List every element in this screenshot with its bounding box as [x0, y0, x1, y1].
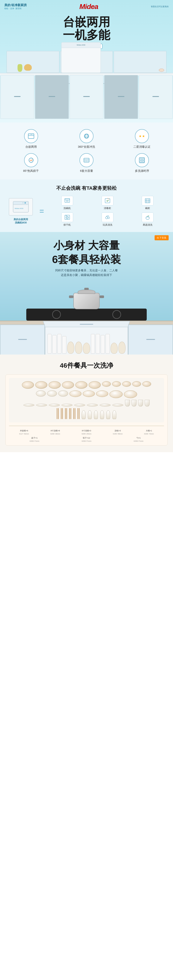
func-label-2: 消毒柜	[104, 207, 111, 210]
svg-rect-11	[88, 160, 88, 162]
chopstick-3	[65, 408, 67, 419]
bowl-lg-11	[143, 381, 151, 387]
chopstick-5	[74, 408, 75, 419]
plates-row	[12, 400, 161, 406]
spoon-5	[106, 410, 110, 419]
feature-label-5: 6套大容量	[80, 169, 93, 173]
func-label-4: 烘干机	[64, 223, 71, 226]
cabinet-handle-5	[152, 96, 159, 97]
func-label-3: 碗柜	[145, 207, 150, 210]
bowl-lg-6	[89, 381, 101, 389]
feature-label-1: 台嵌两用	[26, 145, 37, 149]
brand-name: 美的·轻净新厨房	[4, 3, 27, 7]
bowl-lg-2	[35, 381, 47, 389]
chopstick-4	[69, 408, 71, 419]
svg-point-35	[67, 217, 68, 218]
dishwasher-panel: Midea M30	[61, 43, 101, 48]
product-shape: Midea M30	[9, 198, 33, 216]
stove-top	[26, 309, 147, 321]
hero-line2: 一机多能	[0, 29, 173, 41]
door-handle	[80, 324, 93, 325]
svg-point-32	[148, 201, 149, 202]
plate-2	[36, 404, 47, 406]
storage-icon	[144, 197, 151, 204]
multifunction-headline: 不止会洗碗 有TA家务更轻松	[6, 185, 167, 191]
spec-item-7: 筷子×12 ¢206×71mm	[82, 437, 91, 442]
feature-item-4: 85°热风烘干	[6, 153, 55, 173]
pot-lid	[78, 290, 95, 294]
func-item-2: 消毒柜	[89, 196, 127, 210]
svg-rect-10	[86, 160, 87, 162]
pot-handle-right	[99, 296, 104, 298]
capacity-sub: 同样尺寸能容纳更多餐具，无论是一人食、二人餐 还是亲友小聚，碗碟锅具都能轻松装得…	[0, 268, 173, 277]
svg-point-19	[24, 202, 26, 204]
spec-item-4: 汤锅×3 ¢159~56mm	[113, 430, 123, 435]
svg-point-37	[106, 217, 108, 219]
feature-icon-2	[80, 129, 93, 143]
svg-text:Midea M30: Midea M30	[15, 207, 23, 210]
spoon-2	[88, 410, 92, 419]
cabinet-handle-3	[83, 96, 90, 97]
dry-icon	[64, 214, 70, 220]
svg-point-3	[32, 134, 32, 135]
func-item-4: 烘干机	[48, 213, 86, 226]
soup-bowl-3	[96, 390, 108, 397]
chopstick-2	[61, 408, 63, 419]
capacity-section: 灶下安装 小身材 大容量 6套餐具轻松装 同样尺寸能容纳更多餐具，无论是一人食、…	[0, 232, 173, 355]
cup-1	[125, 400, 130, 406]
chopstick-1	[57, 408, 59, 419]
func-item-3: 碗柜	[129, 196, 167, 210]
svg-rect-23	[65, 199, 70, 200]
bowl-lg-3	[49, 381, 61, 389]
svg-point-31	[146, 201, 147, 202]
spoon-1	[82, 410, 86, 419]
cabinet-1	[0, 75, 34, 119]
jar-decor	[18, 64, 22, 72]
decor-right	[159, 68, 164, 72]
bowl-rack-3	[83, 343, 90, 354]
cabinet-handle-4	[118, 96, 124, 97]
heat-icon	[27, 156, 35, 164]
pot-handle-top	[84, 288, 89, 290]
product-image-box: Midea M30 美的台嵌两用 洗碗机M30	[6, 198, 35, 224]
cup-2	[131, 400, 136, 406]
spec-dim-8: ¢206×71mm	[134, 440, 143, 442]
spec-item-5: 大碗×1 ¢206~70mm	[144, 430, 154, 435]
capacity-line1: 小身材 大容量	[0, 239, 173, 253]
big-bowl-1	[109, 390, 123, 398]
product-label: 美的台嵌两用 洗碗机M30	[14, 218, 28, 224]
cup-3	[138, 400, 143, 406]
feature-label-4: 85°热风烘干	[23, 169, 39, 173]
spoon-6	[112, 410, 116, 419]
bowl-lg-1	[22, 381, 34, 389]
plate-rack-2	[52, 335, 56, 354]
svg-point-34	[66, 216, 69, 219]
burner-right	[112, 310, 121, 319]
spec-dim-3: ¢205~25mm	[82, 433, 91, 435]
cabinet-2	[35, 75, 69, 119]
spray-icon	[83, 132, 90, 140]
hero-section: 美的·轻净新厨房 轻松 · 洁净 · 新空间 Midea 智慧生活可以更美的 台…	[0, 0, 173, 123]
spec-dim-2: ¢206~36mm	[50, 433, 60, 435]
plate-rack-1	[48, 334, 51, 354]
capacity-desc-1: 同样尺寸能容纳更多餐具，无论是一人食、二人餐	[55, 269, 118, 272]
install-badge: 灶下安装	[155, 235, 169, 240]
plate-1	[23, 404, 34, 406]
spec-item-2: 8寸汤碗×8 ¢206~36mm	[50, 430, 60, 435]
dishes-display-area: 米饭碗×6 ¢117~52mm 8寸汤碗×8 ¢206~36mm 8寸浅碗×3 …	[5, 374, 168, 445]
cabinet-handle-2	[49, 96, 55, 97]
func-label-6: 果蔬清洗	[143, 223, 152, 226]
plate-4	[61, 404, 72, 406]
svg-point-30	[148, 199, 149, 200]
spec-separator	[9, 426, 164, 426]
feature-label-3: 二星消毒认证	[133, 145, 151, 149]
plate-7	[99, 404, 111, 406]
svg-rect-36	[66, 216, 67, 216]
bowl-lg-10	[132, 381, 141, 387]
func-icon-2	[102, 196, 114, 205]
multifunction-content: Midea M30 美的台嵌两用 洗碗机M30 = 洗碗机	[6, 196, 167, 226]
big-bowl-2	[124, 390, 137, 398]
capacity-headline: 小身材 大容量 6套餐具轻松装	[0, 232, 173, 267]
dishes-spec-row-2: 盘子×1 ¢206×71mm 筷子×12 ¢206×71mm 勺×1 ¢206×…	[9, 437, 164, 442]
plate-5	[74, 404, 85, 406]
